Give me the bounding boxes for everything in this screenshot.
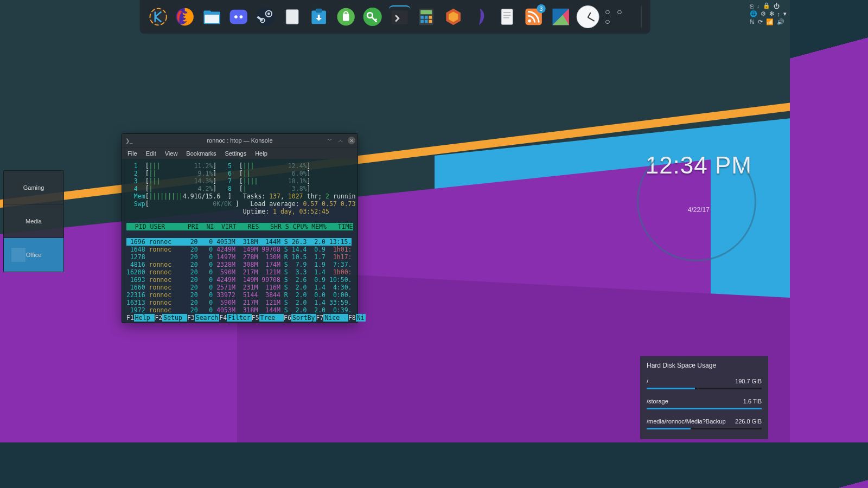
disk-size: 190.7 GiB — [735, 378, 762, 384]
tray-icon[interactable]: ℕ — [750, 18, 755, 25]
disk-size: 1.6 TiB — [743, 398, 762, 404]
disk-mount: /media/ronnoc/Media?Backup — [647, 418, 726, 425]
menu-help[interactable]: Help — [255, 150, 267, 157]
dock-konsole[interactable] — [389, 5, 410, 28]
dock-firefox[interactable] — [174, 5, 195, 28]
svg-point-7 — [234, 15, 238, 18]
terminal-body[interactable]: 1 [||| 11.2%] 5 [||| 12.4%] 2 [|| 9.1%] … — [122, 159, 358, 323]
menu-bookmarks[interactable]: Bookmarks — [186, 150, 216, 157]
disk-widget-title: Hard Disk Space Usage — [647, 362, 762, 369]
pager-label: Office — [26, 252, 42, 258]
tray-icon[interactable]: 🔊 — [777, 18, 784, 25]
svg-rect-24 — [420, 16, 424, 19]
svg-rect-28 — [425, 20, 428, 23]
svg-rect-6 — [230, 10, 247, 24]
dock-keepass[interactable] — [362, 5, 383, 28]
svg-rect-32 — [501, 9, 513, 25]
disk-bar — [647, 388, 762, 389]
disk-mount: /storage — [647, 398, 668, 404]
analog-clock-icon — [577, 5, 599, 28]
tray-icon[interactable]: ✻ — [769, 10, 774, 17]
tray-icon[interactable]: ↓ — [757, 3, 760, 9]
svg-rect-27 — [420, 20, 424, 23]
dock-overflow-dots[interactable]: ○ ○ ○ — [605, 7, 634, 27]
maximize-button[interactable]: ︿ — [337, 137, 344, 144]
tray-icon[interactable]: 📶 — [766, 18, 774, 25]
tray-icon[interactable]: ▾ — [783, 10, 787, 17]
dock-discord[interactable] — [228, 5, 249, 28]
tray-icon[interactable]: ⏻ — [774, 3, 780, 9]
disk-usage-widget: Hard Disk Space Usage /190.7 GiB/storage… — [640, 356, 768, 439]
disk-bar — [647, 428, 762, 429]
svg-point-37 — [528, 20, 531, 23]
dock-analog-clock[interactable] — [577, 5, 599, 28]
badge: 3 — [537, 4, 545, 13]
system-tray: ⎘↓🔒⏻🌐⚙✻↕▾ℕ⟳📶🔊 — [750, 2, 787, 25]
dock-calculator[interactable] — [416, 5, 437, 28]
window-titlebar[interactable]: ❯_ ronnoc : htop — Konsole ﹀ ︿ ✕ — [122, 134, 358, 147]
dock-app-purple[interactable] — [469, 5, 490, 28]
pager-media[interactable]: Media — [4, 204, 63, 238]
pager-office[interactable]: Office — [4, 238, 63, 272]
svg-rect-23 — [420, 10, 432, 15]
konsole-window[interactable]: ❯_ ronnoc : htop — Konsole ﹀ ︿ ✕ FileEdi… — [122, 133, 358, 323]
svg-rect-29 — [429, 20, 432, 23]
window-title: ronnoc : htop — Konsole — [207, 137, 272, 144]
clock-date: 4/22/17 — [646, 206, 752, 214]
pager-label: Gaming — [23, 184, 44, 191]
disk-entry: /storage1.6 TiB — [647, 398, 762, 409]
disk-entry: /190.7 GiB — [647, 378, 762, 389]
dock-steam[interactable] — [254, 5, 276, 28]
disk-mount: / — [647, 378, 648, 384]
tray-icon[interactable]: ⎘ — [750, 3, 754, 9]
svg-rect-4 — [203, 11, 210, 14]
dock-dolphin[interactable] — [201, 5, 222, 28]
tray-icon[interactable]: ↕ — [777, 11, 781, 17]
disk-entry: /media/ronnoc/Media?Backup226.0 GiB — [647, 418, 762, 429]
dock-gradient[interactable] — [550, 5, 571, 28]
dock-software[interactable] — [308, 5, 329, 28]
tray-icon[interactable]: ⟳ — [758, 18, 763, 25]
clock-ring-icon — [637, 142, 756, 261]
menu-view[interactable]: View — [165, 150, 178, 157]
dock-texteditor[interactable] — [496, 5, 518, 28]
tray-icon[interactable]: 🌐 — [750, 10, 757, 17]
pager-gaming[interactable]: Gaming — [4, 171, 63, 204]
dock-app-launcher[interactable] — [148, 5, 169, 28]
svg-rect-13 — [286, 10, 298, 24]
svg-point-11 — [267, 12, 270, 15]
tray-icon[interactable]: 🔒 — [763, 2, 770, 9]
clock-widget: 12:34 PM 4/22/17 — [646, 152, 752, 214]
svg-rect-26 — [429, 16, 432, 19]
activity-pager: GamingMediaOffice — [3, 170, 64, 272]
svg-rect-21 — [391, 10, 407, 25]
menu-file[interactable]: File — [127, 150, 137, 157]
svg-rect-25 — [425, 16, 428, 19]
terminal-icon: ❯_ — [125, 138, 133, 144]
svg-point-8 — [240, 15, 243, 18]
dock-pia[interactable] — [335, 5, 356, 28]
dock-rss[interactable]: 3 — [523, 5, 544, 28]
disk-bar — [647, 408, 762, 409]
menubar: FileEditViewBookmarksSettingsHelp — [122, 147, 358, 159]
minimize-button[interactable]: ﹀ — [326, 137, 334, 144]
menu-edit[interactable]: Edit — [146, 150, 156, 157]
pager-label: Media — [25, 218, 42, 224]
disk-size: 226.0 GiB — [735, 418, 762, 425]
dock-hexchat[interactable] — [443, 5, 464, 28]
svg-point-0 — [149, 8, 167, 26]
top-dock: 3○ ○ ○ — [140, 0, 650, 34]
dock-notes[interactable] — [282, 5, 303, 28]
menu-settings[interactable]: Settings — [225, 150, 246, 157]
svg-rect-15 — [316, 9, 322, 13]
tray-icon[interactable]: ⚙ — [761, 10, 766, 17]
close-button[interactable]: ✕ — [348, 137, 355, 144]
svg-rect-5 — [205, 15, 219, 23]
